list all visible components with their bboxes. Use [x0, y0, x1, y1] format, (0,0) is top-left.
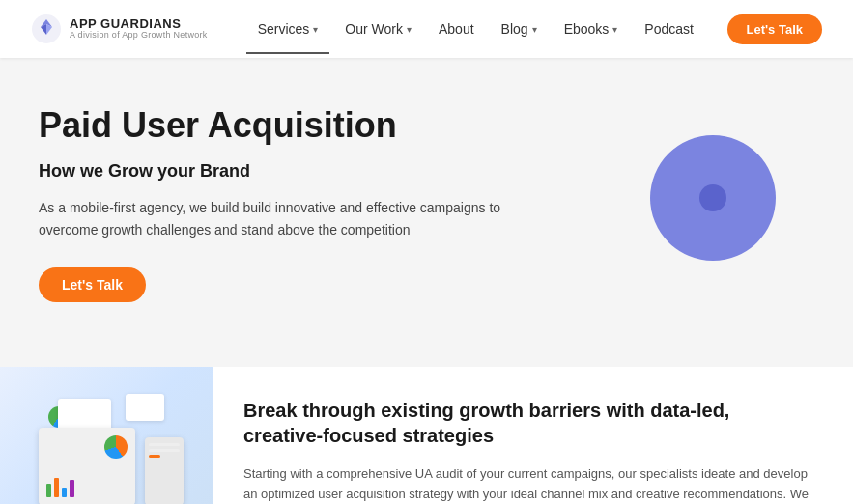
mock-tablet: [39, 428, 135, 505]
decorative-circle: [650, 135, 776, 261]
chevron-down-icon: ▾: [532, 24, 537, 35]
logo-sub-text: A division of App Growth Network: [70, 31, 208, 41]
nav-item-blog[interactable]: Blog ▾: [490, 14, 549, 44]
nav-item-about[interactable]: About: [427, 14, 486, 44]
lower-image: [0, 367, 213, 504]
logo-main-text: APP GUARDIANS: [70, 17, 208, 31]
nav-cta-button[interactable]: Let's Talk: [727, 14, 822, 44]
lower-section: Break through existing growth barriers w…: [0, 367, 853, 504]
chevron-down-icon: ▾: [313, 24, 318, 35]
logo-icon: [31, 14, 62, 44]
mock-phone: [145, 437, 184, 505]
chevron-down-icon: ▾: [612, 24, 617, 35]
hero-section: Paid User Acquisition How we Grow your B…: [0, 58, 853, 367]
hero-title: Paid User Acquisition: [39, 104, 580, 146]
chevron-down-icon: ▾: [407, 24, 412, 35]
hero-content: Paid User Acquisition How we Grow your B…: [39, 104, 580, 302]
nav-item-our-work[interactable]: Our Work ▾: [333, 14, 423, 44]
hero-decoration: [650, 135, 776, 261]
mock-ui-illustration: [0, 367, 213, 504]
mock-card: [126, 394, 164, 421]
lower-content: Break through existing growth barriers w…: [213, 367, 814, 504]
nav-item-services[interactable]: Services ▾: [246, 14, 330, 44]
hero-subtitle: How we Grow your Brand: [39, 161, 580, 182]
nav-item-ebooks[interactable]: Ebooks ▾: [553, 14, 630, 44]
nav-links: Services ▾ Our Work ▾ About Blog ▾ Ebook…: [246, 14, 727, 44]
nav-item-podcast[interactable]: Podcast: [633, 14, 705, 44]
navigation: APP GUARDIANS A division of App Growth N…: [0, 0, 853, 58]
logo[interactable]: APP GUARDIANS A division of App Growth N…: [31, 14, 208, 44]
lower-description: Starting with a comprehensive UA audit o…: [243, 463, 814, 504]
hero-description: As a mobile-first agency, we build build…: [39, 197, 531, 240]
hero-cta-button[interactable]: Let's Talk: [39, 267, 146, 302]
lower-title: Break through existing growth barriers w…: [243, 398, 814, 448]
decorative-inner-circle: [699, 184, 726, 211]
